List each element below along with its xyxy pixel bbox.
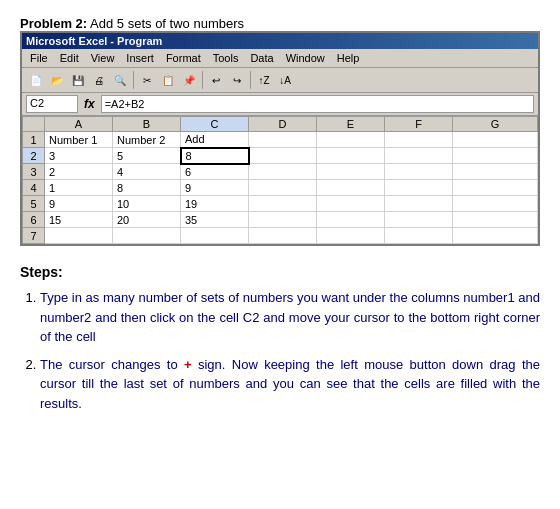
cell-e1[interactable]	[317, 132, 385, 148]
step1-text: Type in as many number of sets of number…	[40, 290, 540, 344]
excel-menubar: File Edit View Insert Format Tools Data …	[22, 49, 538, 68]
menu-window[interactable]: Window	[280, 50, 331, 66]
steps-title: Steps:	[20, 264, 540, 280]
cell-d4[interactable]	[249, 180, 317, 196]
row-3-header[interactable]: 3	[23, 164, 45, 180]
paste-button[interactable]: 📌	[179, 70, 199, 90]
col-d[interactable]: D	[249, 117, 317, 132]
table-row: 5 9 10 19	[23, 196, 538, 212]
step2-plus-sign: +	[184, 357, 192, 372]
row-2-header[interactable]: 2	[23, 148, 45, 164]
cell-f5[interactable]	[385, 196, 453, 212]
menu-tools[interactable]: Tools	[207, 50, 245, 66]
formula-icon: fx	[84, 97, 95, 111]
col-c[interactable]: C	[181, 117, 249, 132]
cell-d1[interactable]	[249, 132, 317, 148]
cell-d3[interactable]	[249, 164, 317, 180]
undo-button[interactable]: ↩	[206, 70, 226, 90]
cell-g2[interactable]	[453, 148, 538, 164]
cell-d7[interactable]	[249, 228, 317, 244]
excel-window: Microsoft Excel - Program File Edit View…	[20, 31, 540, 246]
cell-f4[interactable]	[385, 180, 453, 196]
cell-d5[interactable]	[249, 196, 317, 212]
new-button[interactable]: 📄	[26, 70, 46, 90]
cell-e3[interactable]	[317, 164, 385, 180]
list-item: Type in as many number of sets of number…	[40, 288, 540, 347]
cell-e6[interactable]	[317, 212, 385, 228]
cell-f2[interactable]	[385, 148, 453, 164]
cell-e5[interactable]	[317, 196, 385, 212]
row-5-header[interactable]: 5	[23, 196, 45, 212]
row-7-header[interactable]: 7	[23, 228, 45, 244]
cell-b2[interactable]: 5	[113, 148, 181, 164]
cell-a6[interactable]: 15	[45, 212, 113, 228]
cell-c5[interactable]: 19	[181, 196, 249, 212]
excel-titlebar: Microsoft Excel - Program	[22, 33, 538, 49]
cell-g6[interactable]	[453, 212, 538, 228]
cell-b7[interactable]	[113, 228, 181, 244]
save-button[interactable]: 💾	[68, 70, 88, 90]
menu-file[interactable]: File	[24, 50, 54, 66]
row-6-header[interactable]: 6	[23, 212, 45, 228]
cell-a2[interactable]: 3	[45, 148, 113, 164]
menu-view[interactable]: View	[85, 50, 121, 66]
cell-b6[interactable]: 20	[113, 212, 181, 228]
cell-g7[interactable]	[453, 228, 538, 244]
print-button[interactable]: 🖨	[89, 70, 109, 90]
sort-desc-button[interactable]: ↓A	[275, 70, 295, 90]
row-1-header[interactable]: 1	[23, 132, 45, 148]
cell-g1[interactable]	[453, 132, 538, 148]
cell-a1[interactable]: Number 1	[45, 132, 113, 148]
cell-g5[interactable]	[453, 196, 538, 212]
cell-e2[interactable]	[317, 148, 385, 164]
cell-a4[interactable]: 1	[45, 180, 113, 196]
cell-b3[interactable]: 4	[113, 164, 181, 180]
preview-button[interactable]: 🔍	[110, 70, 130, 90]
copy-button[interactable]: 📋	[158, 70, 178, 90]
formula-input[interactable]: =A2+B2	[101, 95, 534, 113]
menu-insert[interactable]: Insert	[120, 50, 160, 66]
cell-c7[interactable]	[181, 228, 249, 244]
redo-button[interactable]: ↪	[227, 70, 247, 90]
sort-asc-button[interactable]: ↑Z	[254, 70, 274, 90]
cell-f7[interactable]	[385, 228, 453, 244]
cell-c3[interactable]: 6	[181, 164, 249, 180]
cell-a7[interactable]	[45, 228, 113, 244]
cell-c2[interactable]: 8	[181, 148, 249, 164]
menu-data[interactable]: Data	[244, 50, 279, 66]
cell-f6[interactable]	[385, 212, 453, 228]
menu-edit[interactable]: Edit	[54, 50, 85, 66]
cell-f3[interactable]	[385, 164, 453, 180]
cell-c1[interactable]: Add	[181, 132, 249, 148]
cut-button[interactable]: ✂	[137, 70, 157, 90]
steps-list: Type in as many number of sets of number…	[40, 288, 540, 413]
cell-a5[interactable]: 9	[45, 196, 113, 212]
row-4-header[interactable]: 4	[23, 180, 45, 196]
cell-g3[interactable]	[453, 164, 538, 180]
cell-g4[interactable]	[453, 180, 538, 196]
menu-format[interactable]: Format	[160, 50, 207, 66]
spreadsheet: A B C D E F G 1 Number 1 Number 2 Add	[22, 116, 538, 244]
cell-b5[interactable]: 10	[113, 196, 181, 212]
menu-help[interactable]: Help	[331, 50, 366, 66]
name-box[interactable]: C2	[26, 95, 78, 113]
table-row: 2 3 5 8	[23, 148, 538, 164]
cell-d6[interactable]	[249, 212, 317, 228]
cell-e7[interactable]	[317, 228, 385, 244]
table-row: 4 1 8 9	[23, 180, 538, 196]
col-e[interactable]: E	[317, 117, 385, 132]
cell-b4[interactable]: 8	[113, 180, 181, 196]
cell-b1[interactable]: Number 2	[113, 132, 181, 148]
cell-c6[interactable]: 35	[181, 212, 249, 228]
cell-d2[interactable]	[249, 148, 317, 164]
cell-f1[interactable]	[385, 132, 453, 148]
col-b[interactable]: B	[113, 117, 181, 132]
cell-e4[interactable]	[317, 180, 385, 196]
col-g[interactable]: G	[453, 117, 538, 132]
cell-c4[interactable]: 9	[181, 180, 249, 196]
col-f[interactable]: F	[385, 117, 453, 132]
open-button[interactable]: 📂	[47, 70, 67, 90]
col-a[interactable]: A	[45, 117, 113, 132]
separator3	[250, 71, 251, 89]
cell-a3[interactable]: 2	[45, 164, 113, 180]
